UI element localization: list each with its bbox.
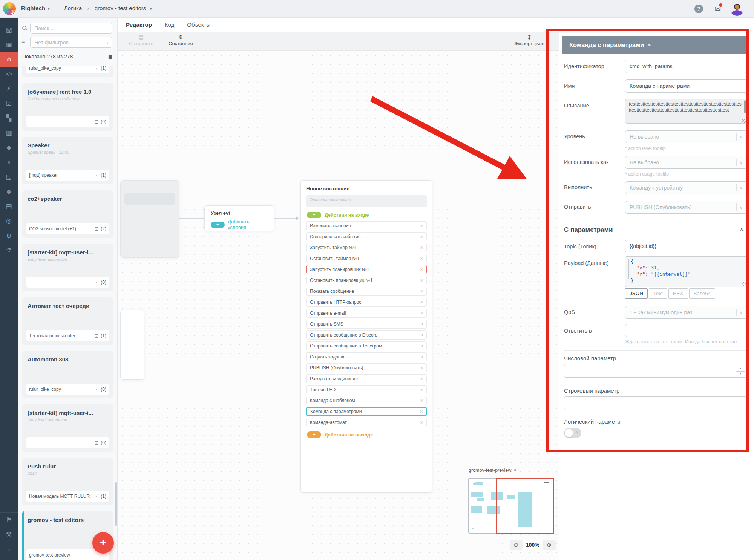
- search-input[interactable]: Поиск ...: [30, 23, 112, 34]
- close-icon[interactable]: ×: [420, 254, 423, 263]
- plus-pill-icon[interactable]: +: [307, 431, 321, 438]
- avatar[interactable]: [730, 2, 744, 16]
- scrollbar-thumb[interactable]: [115, 482, 117, 526]
- sliders-icon[interactable]: ≣: [108, 54, 113, 60]
- rail-item-screens[interactable]: ▣: [0, 37, 18, 52]
- rail-item-exit[interactable]: ⚑: [0, 513, 18, 527]
- list-item[interactable]: [starter-kit] mqtt-user-i... entry level…: [22, 244, 113, 291]
- rail-item-analytics[interactable]: ◺: [0, 170, 18, 184]
- list-item[interactable]: Automaton 308 rulur_bike_copy ⊡ (0): [22, 351, 113, 398]
- close-icon[interactable]: ×: [420, 276, 423, 285]
- zoom-out-button[interactable]: ⊖: [510, 540, 523, 550]
- name-input[interactable]: Команда с параметрами: [625, 79, 747, 93]
- close-icon[interactable]: ×: [420, 342, 423, 350]
- action-row[interactable]: Запустить таймер №1×: [306, 243, 427, 252]
- rail-item-tags[interactable]: ◆: [0, 140, 18, 155]
- plus-pill-icon[interactable]: +: [307, 212, 321, 218]
- action-row[interactable]: Отправить SMS×: [306, 320, 427, 329]
- action-row[interactable]: Отправить сообщение в Телеграм×: [306, 341, 427, 350]
- save-button[interactable]: ▤ Сохранить: [129, 34, 153, 46]
- collapsed-node[interactable]: [120, 180, 179, 258]
- reply-input[interactable]: [625, 324, 747, 337]
- send-select[interactable]: PUBLISH (Опубликовать) ∨: [625, 201, 747, 214]
- action-row[interactable]: Показать сообщение×: [306, 287, 427, 296]
- minimap-label[interactable]: gromov-test-preview⚭: [469, 467, 517, 473]
- close-icon[interactable]: ×: [420, 320, 423, 328]
- minimap-collapse-icon[interactable]: [544, 482, 549, 483]
- rail-item-firmware[interactable]: ◎: [0, 214, 18, 228]
- exit-actions-header[interactable]: + Действия на выходе: [307, 431, 427, 438]
- close-icon[interactable]: ×: [420, 418, 423, 427]
- list-item[interactable]: co2+speaker CO2 sensor model (+1) ⊡ (2): [22, 190, 113, 238]
- export-json-button[interactable]: ↧ Экспорт .json: [510, 34, 548, 46]
- workspace-menu[interactable]: Rightech▾: [21, 5, 50, 11]
- rail-item-lab[interactable]: ⚗: [0, 243, 18, 258]
- list-item[interactable]: Speaker Speaker speak - 12:00 [mqtt] spe…: [22, 137, 113, 184]
- state-description-input[interactable]: Описание состояния: [306, 195, 427, 207]
- tab-text[interactable]: Text: [649, 288, 667, 299]
- filter-input[interactable]: Нет фильтров ›: [30, 37, 112, 48]
- scrollbar-thumb[interactable]: [744, 100, 746, 113]
- evt-node[interactable]: Узел evt + Добавить условия: [204, 205, 274, 231]
- execute-select[interactable]: Команду к устройству ∨: [625, 181, 747, 194]
- action-row[interactable]: Остановить планировщик №1×: [306, 276, 427, 285]
- rail-item-signal[interactable]: ψ: [0, 228, 18, 243]
- list-item[interactable]: rular_bike_copy ⊡ (1): [22, 66, 113, 77]
- rail-item-dashboard[interactable]: ▚: [0, 111, 18, 125]
- close-icon[interactable]: ×: [420, 386, 423, 394]
- action-row[interactable]: Остановить таймер №1×: [306, 254, 427, 263]
- action-row[interactable]: Разорвать соединение×: [306, 374, 427, 383]
- action-row[interactable]: PUBLISH (Опубликовать)×: [306, 363, 427, 372]
- close-icon[interactable]: ×: [420, 298, 423, 306]
- close-icon[interactable]: ×: [420, 396, 423, 405]
- close-icon[interactable]: ×: [420, 265, 423, 274]
- spin-up-icon[interactable]: ▲: [736, 366, 745, 370]
- list-item[interactable]: [обучение] rent free 1.0 Создали копию н…: [22, 83, 113, 131]
- close-icon[interactable]: ×: [420, 243, 423, 252]
- rail-item-network[interactable]: ♁: [0, 155, 18, 170]
- tab-base64[interactable]: Base64: [689, 288, 716, 299]
- collapse-icon[interactable]: ∧: [740, 226, 743, 232]
- entry-actions-header[interactable]: + Действия на входе: [307, 212, 427, 218]
- collapsed-node[interactable]: [120, 310, 144, 380]
- rail-collapse-button[interactable]: ›: [0, 542, 18, 557]
- spin-down-icon[interactable]: ▼: [736, 371, 745, 376]
- action-row[interactable]: Команда-автомат×: [306, 418, 427, 427]
- breadcrumb-section[interactable]: Логика: [64, 5, 82, 11]
- action-row-selected[interactable]: Команда с параметрами×: [306, 407, 427, 416]
- add-state-button[interactable]: ⊕ Состояние: [169, 34, 193, 46]
- rail-item-containers[interactable]: ▥: [0, 125, 18, 140]
- close-icon[interactable]: ×: [420, 222, 423, 230]
- close-icon[interactable]: ×: [420, 309, 423, 317]
- action-row[interactable]: Отправить HTTP-запрос×: [306, 298, 427, 307]
- string-param-input[interactable]: [564, 396, 747, 410]
- add-condition-row[interactable]: + Добавить условия: [211, 219, 268, 230]
- link-icon[interactable]: ⚭: [647, 42, 651, 48]
- action-row[interactable]: Отправить сообщение в Discord×: [306, 330, 427, 340]
- close-icon[interactable]: ×: [420, 331, 423, 339]
- tab-objects[interactable]: Объекты: [187, 21, 210, 28]
- mail-icon[interactable]: ✉: [715, 5, 721, 13]
- rail-item-users[interactable]: ☻: [0, 184, 18, 199]
- qos-select[interactable]: 1 - Как минимум один раз ∨: [625, 306, 747, 319]
- minimap-viewport[interactable]: [496, 478, 554, 534]
- rail-item-logic[interactable]: ⋔: [0, 52, 18, 67]
- close-icon[interactable]: ×: [420, 233, 423, 241]
- close-icon[interactable]: ×: [420, 353, 423, 361]
- action-row[interactable]: Команда с шаблоном×: [306, 396, 427, 405]
- rail-item-tasks[interactable]: ☑: [0, 96, 18, 111]
- identifier-input[interactable]: cmd_with_params: [625, 60, 747, 73]
- rail-item-docs[interactable]: ▤: [0, 199, 18, 214]
- plus-pill-icon[interactable]: +: [211, 222, 225, 228]
- action-row-error[interactable]: Запустить планировщик №1×: [306, 265, 427, 274]
- resize-handle[interactable]: [742, 282, 746, 286]
- action-row[interactable]: Отправить e-mail×: [306, 309, 427, 318]
- close-icon[interactable]: ×: [420, 287, 423, 295]
- state-node[interactable]: Новое состояние Описание состояния + Дей…: [300, 180, 432, 493]
- description-textarea[interactable]: testtesttesttesttesttesttesttesttesttest…: [625, 99, 747, 124]
- close-icon[interactable]: ×: [420, 364, 423, 372]
- action-row[interactable]: Изменить значение×: [306, 221, 427, 230]
- resize-handle[interactable]: [742, 119, 746, 123]
- action-row[interactable]: Сгенерировать событие×: [306, 232, 427, 241]
- list-item[interactable]: Push rulur 3214 Новая модель MQTT RULUR …: [22, 458, 113, 505]
